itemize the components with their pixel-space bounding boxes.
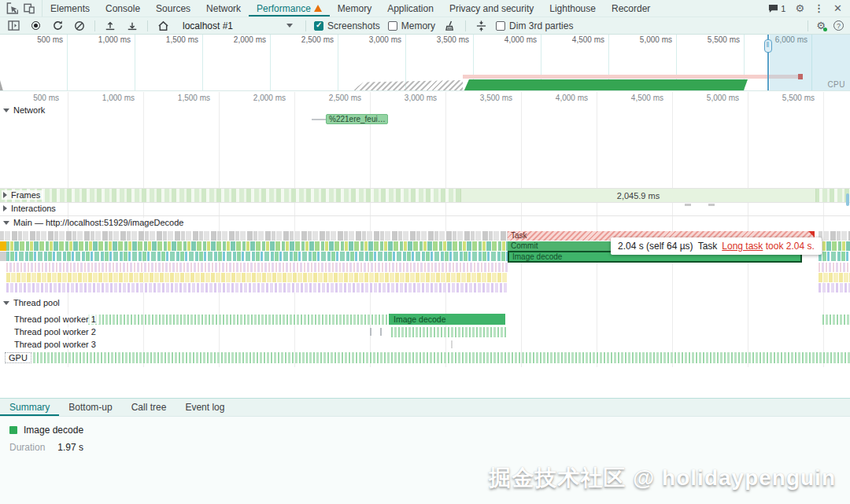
flame-activity-row[interactable]: [6, 273, 508, 282]
flame-activity-row[interactable]: [6, 283, 508, 292]
flame-event-block[interactable]: [0, 252, 6, 261]
frames-track-header[interactable]: Frames: [2, 190, 43, 200]
device-toolbar-icon[interactable]: [23, 2, 35, 14]
selected-event-name: Image decode: [24, 425, 83, 436]
details-tab[interactable]: Event log: [176, 399, 234, 416]
details-tab[interactable]: Summary: [0, 399, 59, 416]
interaction-mark: [708, 204, 715, 206]
overview-tick-label: 3,000 ms: [338, 35, 406, 44]
tabbar-right-icons: 1 ⚙ ⋮ ✕: [768, 3, 850, 13]
capture-settings-gear-icon[interactable]: ⚙: [816, 20, 826, 31]
collect-garbage-icon[interactable]: [443, 20, 457, 32]
flame-activity-row[interactable]: [6, 252, 508, 261]
checkbox-unchecked-icon: [388, 21, 397, 31]
tooltip-suffix: took 2.04 s.: [766, 241, 815, 252]
flame-activity-row[interactable]: [819, 263, 850, 272]
panel-tab[interactable]: Lighthouse: [541, 0, 604, 17]
clear-recording-icon[interactable]: [72, 20, 87, 32]
ruler-tick-label: 3,000 ms: [369, 94, 445, 102]
panel-tab[interactable]: Privacy and security: [442, 0, 541, 17]
screenshots-checkbox[interactable]: Screenshots: [314, 20, 380, 31]
panel-tab[interactable]: Sources: [148, 0, 198, 17]
cpu-row-label: CPU: [827, 80, 845, 89]
toggle-sidebar-icon[interactable]: [6, 20, 20, 32]
vertical-scrollbar-thumb[interactable]: [846, 193, 849, 206]
help-icon[interactable]: ?: [833, 20, 844, 31]
download-profile-icon[interactable]: [125, 20, 139, 32]
details-tab[interactable]: Bottom-up: [59, 399, 121, 416]
history-selector[interactable]: localhost #1: [178, 20, 298, 31]
ruler-tick-label: 4,000 ms: [520, 94, 596, 102]
flame-activity-row[interactable]: [819, 241, 850, 251]
worker-activity-tick: [380, 328, 382, 336]
worker-activity-row[interactable]: [391, 327, 508, 337]
main-thread-track-header[interactable]: Main — http://localhost:51929/imageDecod…: [2, 218, 187, 227]
memory-checkbox[interactable]: Memory: [388, 20, 435, 31]
panel-tab[interactable]: Application: [379, 0, 442, 17]
checkbox-checked-icon: [314, 21, 323, 31]
issues-count: 1: [781, 4, 785, 13]
gpu-track-header[interactable]: GPU: [5, 352, 31, 363]
ruler-tick-label: 5,000 ms: [671, 94, 747, 102]
warning-icon: [314, 5, 322, 12]
ruler-tick-label: 4,500 ms: [596, 94, 671, 102]
network-request-bar[interactable]: %221ere_feui…: [326, 114, 388, 124]
details-tabs: SummaryBottom-upCall treeEvent log: [0, 399, 850, 417]
flame-activity-row[interactable]: [819, 231, 850, 241]
history-selected-value: localhost #1: [183, 20, 233, 31]
flame-activity-row[interactable]: [819, 283, 850, 292]
gpu-activity-row[interactable]: [30, 352, 850, 363]
interaction-mark: [685, 204, 691, 206]
thread-pool-worker-label[interactable]: Thread pool worker 2: [14, 327, 99, 337]
long-task-link[interactable]: Long task: [722, 241, 763, 252]
panel-tab[interactable]: Memory: [330, 0, 379, 17]
thread-pool-track-header[interactable]: Thread pool: [2, 298, 63, 307]
home-icon[interactable]: [156, 20, 170, 32]
dim-3rd-parties-checkbox[interactable]: Dim 3rd parties: [496, 20, 573, 31]
duration-label: Duration: [9, 442, 45, 453]
window-handle-grip[interactable]: [764, 39, 772, 53]
flame-event-block[interactable]: [0, 241, 6, 251]
commit-event-bar[interactable]: Commit: [508, 241, 612, 251]
issues-counter[interactable]: 1: [768, 4, 785, 13]
thread-pool-worker-label[interactable]: Thread pool worker 3: [14, 340, 99, 349]
overview-tick-label: 4,500 ms: [541, 35, 609, 44]
record-button[interactable]: [28, 20, 42, 32]
interactions-track-header[interactable]: Interactions: [2, 204, 59, 213]
close-icon[interactable]: ✕: [833, 3, 842, 13]
flame-activity-row[interactable]: [819, 252, 850, 261]
flame-activity-row[interactable]: [0, 231, 508, 241]
panel-tab[interactable]: Network: [198, 0, 249, 17]
long-frame-block[interactable]: 2,045.9 ms: [460, 189, 816, 202]
panel-tab[interactable]: Recorder: [604, 0, 658, 17]
panel-tab[interactable]: Elements: [42, 0, 98, 17]
upload-profile-icon[interactable]: [103, 20, 117, 32]
worker-image-decode-bar[interactable]: Image decode: [389, 314, 505, 325]
watermark-text: 掘金技术社区 @ holidaypenguin: [489, 463, 836, 493]
overview-tick-label: 5,000 ms: [609, 35, 677, 44]
thread-pool-worker-label[interactable]: Thread pool worker 1: [14, 315, 99, 324]
overview-tick-label: 3,500 ms: [406, 35, 474, 44]
worker-activity-tick: [370, 328, 371, 336]
details-tab[interactable]: Call tree: [122, 399, 176, 416]
flame-activity-row[interactable]: [6, 263, 508, 272]
flame-activity-row[interactable]: [819, 273, 850, 282]
timeline-gridlines: [0, 92, 850, 367]
ruler-tick-label: 5,500 ms: [747, 94, 822, 102]
flame-activity-row[interactable]: [6, 241, 508, 251]
overview-ruler: 500 ms1,000 ms1,500 ms2,000 ms2,500 ms3,…: [0, 35, 812, 44]
timeline-panel[interactable]: 500 ms1,000 ms1,500 ms2,000 ms2,500 ms3,…: [0, 92, 850, 398]
timeline-overview[interactable]: 500 ms1,000 ms1,500 ms2,000 ms2,500 ms3,…: [0, 35, 850, 91]
network-track-header[interactable]: Network: [2, 105, 48, 115]
cpu-painting-region: [460, 79, 748, 91]
worker-activity-row[interactable]: [88, 315, 389, 325]
panel-tab[interactable]: Performance: [249, 0, 330, 17]
shortcuts-dialog-icon[interactable]: [474, 20, 488, 32]
worker-activity-row[interactable]: [822, 315, 850, 325]
settings-gear-icon[interactable]: ⚙: [795, 3, 804, 13]
overview-tick-label: 2,500 ms: [271, 35, 338, 44]
panel-tab[interactable]: Console: [98, 0, 148, 17]
reload-and-record-icon[interactable]: [50, 20, 65, 32]
more-menu-icon[interactable]: ⋮: [814, 3, 824, 13]
inspect-element-icon[interactable]: [6, 2, 18, 14]
